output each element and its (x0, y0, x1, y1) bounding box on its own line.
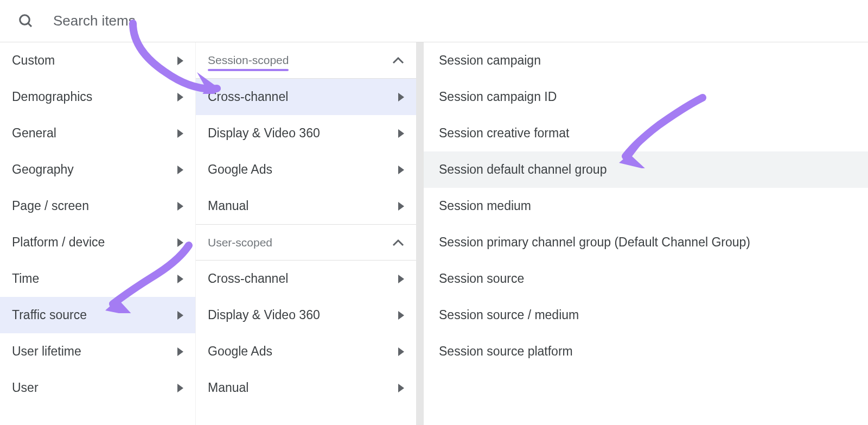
category-item-traffic-source[interactable]: Traffic source (0, 297, 195, 333)
search-icon[interactable] (15, 10, 37, 32)
category-item-page-screen[interactable]: Page / screen (0, 188, 195, 224)
subcategory-column: Session-scoped Cross-channel Display & V… (195, 42, 416, 425)
subcategory-item-google-ads-user[interactable]: Google Ads (196, 333, 416, 370)
svg-line-1 (28, 23, 31, 26)
category-item-geography[interactable]: Geography (0, 151, 195, 188)
dimension-item-session-default-channel-group[interactable]: Session default channel group (424, 151, 868, 188)
section-header-label: User-scoped (208, 236, 272, 249)
caret-right-icon (177, 93, 183, 102)
subcategory-item-display-video-360-user[interactable]: Display & Video 360 (196, 297, 416, 333)
subcategory-item-cross-channel-user[interactable]: Cross-channel (196, 261, 416, 297)
menu-item-label: Traffic source (12, 308, 87, 322)
section-header-user-scoped[interactable]: User-scoped (196, 224, 416, 261)
category-item-custom[interactable]: Custom (0, 42, 195, 79)
menu-item-label: Page / screen (12, 199, 89, 213)
dimension-item-session-creative-format[interactable]: Session creative format (424, 115, 868, 151)
chevron-up-icon (392, 56, 404, 64)
subcategory-item-cross-channel[interactable]: Cross-channel (196, 79, 416, 115)
menu-item-label: Google Ads (208, 344, 272, 359)
category-item-general[interactable]: General (0, 115, 195, 151)
menu-item-label: Session campaign ID (439, 90, 557, 104)
dimension-item-session-campaign-id[interactable]: Session campaign ID (424, 79, 868, 115)
caret-right-icon (177, 384, 183, 392)
column-divider-scrollbar[interactable] (416, 42, 424, 425)
menu-item-label: Demographics (12, 90, 92, 104)
category-item-platform-device[interactable]: Platform / device (0, 224, 195, 261)
dimension-item-session-source-medium[interactable]: Session source / medium (424, 297, 868, 333)
menu-item-label: Session source (439, 271, 524, 286)
dimension-item-session-source[interactable]: Session source (424, 261, 868, 297)
caret-right-icon (398, 347, 404, 356)
category-column: Custom Demographics General Geography Pa… (0, 42, 195, 425)
menu-item-label: Manual (208, 199, 248, 213)
search-input[interactable] (53, 12, 270, 29)
dimension-item-session-medium[interactable]: Session medium (424, 188, 868, 224)
menu-item-label: Cross-channel (208, 271, 288, 286)
menu-item-label: Platform / device (12, 235, 105, 250)
menu-item-label: Session source / medium (439, 308, 579, 322)
annotation-underline (208, 69, 289, 71)
menu-item-label: Geography (12, 162, 74, 177)
caret-right-icon (398, 275, 404, 283)
dimension-item-session-campaign[interactable]: Session campaign (424, 42, 868, 79)
subcategory-item-manual[interactable]: Manual (196, 188, 416, 224)
caret-right-icon (177, 275, 183, 283)
section-header-label: Session-scoped (208, 54, 289, 67)
menu-item-label: Cross-channel (208, 90, 288, 104)
menu-item-label: Session primary channel group (Default C… (439, 235, 750, 250)
menu-item-label: Google Ads (208, 162, 272, 177)
category-item-user[interactable]: User (0, 370, 195, 406)
caret-right-icon (398, 202, 404, 211)
menu-item-label: User (12, 380, 39, 395)
subcategory-item-manual-user[interactable]: Manual (196, 370, 416, 406)
subcategory-item-google-ads[interactable]: Google Ads (196, 151, 416, 188)
menu-item-label: Session campaign (439, 53, 541, 68)
dimension-item-session-source-platform[interactable]: Session source platform (424, 333, 868, 370)
caret-right-icon (177, 129, 183, 138)
caret-right-icon (177, 347, 183, 356)
menu-item-label: Display & Video 360 (208, 308, 320, 322)
menu-item-label: Session source platform (439, 344, 573, 359)
subcategory-item-display-video-360[interactable]: Display & Video 360 (196, 115, 416, 151)
category-item-time[interactable]: Time (0, 261, 195, 297)
menu-item-label: Manual (208, 380, 248, 395)
menu-item-label: Session default channel group (439, 162, 607, 177)
caret-right-icon (398, 93, 404, 102)
search-bar (0, 0, 868, 42)
caret-right-icon (177, 311, 183, 320)
menu-item-label: Custom (12, 53, 55, 68)
caret-right-icon (177, 202, 183, 211)
chevron-up-icon (392, 239, 404, 246)
menu-item-label: Session medium (439, 199, 531, 213)
caret-right-icon (177, 238, 183, 247)
menu-item-label: Display & Video 360 (208, 126, 320, 141)
menu-item-label: User lifetime (12, 344, 81, 359)
menu-item-label: General (12, 126, 56, 141)
menu-item-label: Time (12, 271, 39, 286)
section-header-session-scoped[interactable]: Session-scoped (196, 42, 416, 79)
caret-right-icon (177, 56, 183, 65)
dimension-item-session-primary-channel-group[interactable]: Session primary channel group (Default C… (424, 224, 868, 261)
caret-right-icon (177, 166, 183, 174)
dimension-picker-columns: Custom Demographics General Geography Pa… (0, 42, 868, 425)
caret-right-icon (398, 166, 404, 174)
menu-item-label: Session creative format (439, 126, 569, 141)
category-item-demographics[interactable]: Demographics (0, 79, 195, 115)
dimension-column: Session campaign Session campaign ID Ses… (424, 42, 868, 425)
caret-right-icon (398, 384, 404, 392)
caret-right-icon (398, 311, 404, 320)
svg-point-0 (20, 15, 30, 24)
caret-right-icon (398, 129, 404, 138)
category-item-user-lifetime[interactable]: User lifetime (0, 333, 195, 370)
